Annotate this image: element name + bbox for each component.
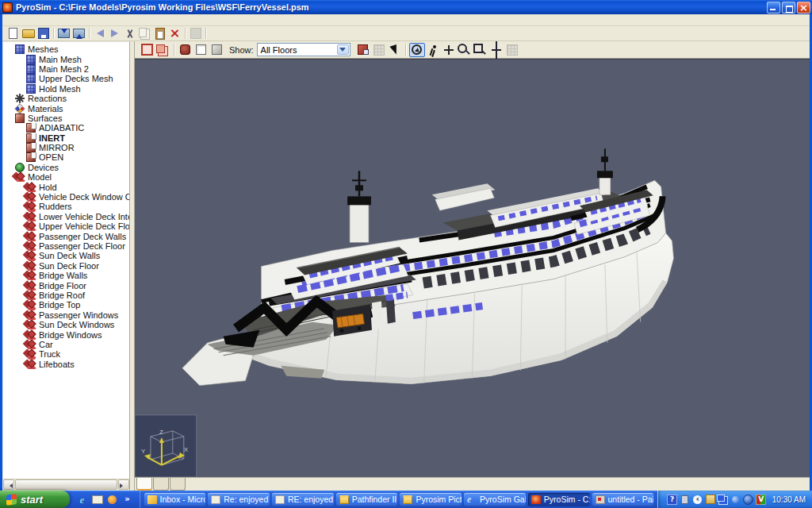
- tree-item[interactable]: INERT: [3, 133, 129, 143]
- snapshot[interactable]: [188, 27, 203, 40]
- paste[interactable]: [152, 27, 167, 40]
- tree-item[interactable]: Bridge Windows: [3, 329, 129, 339]
- cut[interactable]: [122, 27, 137, 40]
- tree-item[interactable]: Meshes: [3, 44, 129, 54]
- tree-item[interactable]: Car: [3, 340, 129, 349]
- floor-show-all[interactable]: [139, 43, 155, 57]
- scene-objects[interactable]: [355, 43, 371, 57]
- antivirus-icon[interactable]: [756, 495, 766, 505]
- dropdown-arrow-icon[interactable]: [337, 44, 349, 55]
- mail[interactable]: [91, 494, 103, 506]
- ferry-model-canvas[interactable]: Z Y X: [135, 60, 810, 477]
- tree-item[interactable]: Hold: [3, 182, 129, 191]
- walk-tool[interactable]: [425, 43, 441, 57]
- cube-shaded[interactable]: [209, 43, 224, 57]
- tree-item[interactable]: Lifeboats: [3, 360, 129, 369]
- tree-item[interactable]: MIRROR: [3, 143, 129, 152]
- taskbar-window-button[interactable]: RE: enjoyed y...: [272, 493, 334, 506]
- taskbar-window-button[interactable]: PyroSim Galer...: [464, 493, 526, 506]
- export-model[interactable]: [71, 27, 86, 40]
- menu-item[interactable]: [37, 19, 48, 21]
- menu-item[interactable]: [82, 19, 93, 21]
- add-mesh[interactable]: [209, 27, 224, 40]
- taskbar-window-button[interactable]: PyroSim - C:\Fi...: [528, 493, 590, 506]
- orbit-tool[interactable]: [409, 43, 425, 57]
- tree-item[interactable]: Surfaces: [3, 114, 129, 123]
- tree-item[interactable]: Model: [3, 172, 129, 182]
- help-icon[interactable]: [667, 495, 677, 505]
- menu-item[interactable]: [71, 19, 82, 21]
- tree-item[interactable]: Sun Deck Windows: [3, 320, 129, 329]
- tree-item[interactable]: OPEN: [3, 152, 129, 162]
- delete[interactable]: [167, 27, 182, 40]
- search-icon[interactable]: [730, 495, 741, 505]
- tree-item[interactable]: Main Mesh: [3, 54, 129, 64]
- floor-filter-dropdown[interactable]: All Floors: [257, 43, 350, 56]
- media[interactable]: [106, 494, 118, 506]
- tree-item[interactable]: Devices: [3, 163, 129, 172]
- roam-tool[interactable]: [504, 43, 520, 57]
- tree-item[interactable]: Vehicle Deck Window Openings: [3, 192, 129, 202]
- view-tab[interactable]: [136, 478, 152, 491]
- tree-item[interactable]: ADIABATIC: [3, 123, 129, 133]
- 3d-viewport[interactable]: Z Y X: [135, 59, 810, 477]
- taskbar-window-button[interactable]: Inbox - Micros...: [144, 493, 206, 506]
- taskbar-window-button[interactable]: Pyrosim Pictures: [400, 493, 462, 506]
- menu-item[interactable]: [26, 19, 37, 21]
- zoom-extents-tool[interactable]: [488, 43, 504, 57]
- title-bar[interactable]: PyroSim - C:\Fire Models\Pyrosim Working…: [0, 0, 812, 14]
- tree-item[interactable]: Materials: [3, 103, 129, 113]
- overflow[interactable]: [121, 494, 133, 506]
- tree-item[interactable]: Lower Vehicle Deck Interior: [3, 212, 129, 221]
- add-device[interactable]: [269, 27, 284, 40]
- import-model[interactable]: [56, 27, 71, 40]
- redo[interactable]: [107, 27, 122, 40]
- open-file[interactable]: [21, 27, 36, 40]
- save-file[interactable]: [36, 27, 51, 40]
- tree-item[interactable]: Main Mesh 2: [3, 64, 129, 74]
- zoom-box-tool[interactable]: [473, 43, 488, 57]
- tree-item[interactable]: Passenger Deck Floor: [3, 241, 129, 251]
- tree-item[interactable]: Upper Vehicle Deck Floor: [3, 221, 129, 231]
- menu-item[interactable]: [48, 19, 59, 21]
- tree-item[interactable]: Passenger Windows: [3, 310, 129, 320]
- tree-item[interactable]: Reactions: [3, 94, 129, 103]
- tree-item[interactable]: Sun Deck Walls: [3, 251, 129, 260]
- taskbar-window-button[interactable]: Pathfinder II: [336, 493, 398, 506]
- scrollbar-thumb[interactable]: [15, 479, 117, 490]
- tree-item[interactable]: Hold Mesh: [3, 84, 129, 94]
- minimize-button[interactable]: [767, 2, 780, 13]
- add-slice[interactable]: [239, 27, 254, 40]
- taskbar-window-button[interactable]: Re: enjoyed y...: [208, 493, 270, 506]
- collapse-icon[interactable]: [692, 495, 703, 505]
- new-file[interactable]: [6, 27, 21, 40]
- tree-item[interactable]: Upper Decks Mesh: [3, 74, 129, 83]
- restore-button[interactable]: [782, 2, 795, 13]
- tree-item[interactable]: Bridge Walls: [3, 271, 129, 280]
- tree-item[interactable]: Bridge Floor: [3, 280, 129, 290]
- taskbar-window-button[interactable]: untitled - Paint: [592, 493, 654, 506]
- tree-horizontal-scrollbar[interactable]: [3, 479, 129, 490]
- network-icon[interactable]: [718, 495, 728, 505]
- undo[interactable]: [92, 27, 107, 40]
- copy[interactable]: [137, 27, 152, 40]
- tree-item[interactable]: Rudders: [3, 202, 129, 211]
- pan-tool[interactable]: [441, 43, 457, 57]
- cube-unshaded[interactable]: [193, 43, 209, 57]
- tree-item[interactable]: Passenger Deck Walls: [3, 231, 129, 241]
- view-tab[interactable]: [170, 478, 186, 491]
- ie[interactable]: [76, 494, 88, 506]
- plug-icon[interactable]: [680, 495, 690, 505]
- globe-icon[interactable]: [743, 495, 753, 505]
- zoom-tool[interactable]: [457, 43, 473, 57]
- view-tab[interactable]: [153, 478, 169, 491]
- background-grid[interactable]: [371, 43, 387, 57]
- doc-icon[interactable]: [705, 495, 715, 505]
- tree-item[interactable]: Bridge Top: [3, 300, 129, 310]
- tree-item[interactable]: Truck: [3, 349, 129, 359]
- tree-item[interactable]: Bridge Roof: [3, 291, 129, 300]
- menu-item[interactable]: [59, 19, 71, 21]
- floor-single[interactable]: [155, 43, 170, 57]
- add-particles[interactable]: [254, 27, 269, 40]
- close-button[interactable]: [797, 2, 810, 13]
